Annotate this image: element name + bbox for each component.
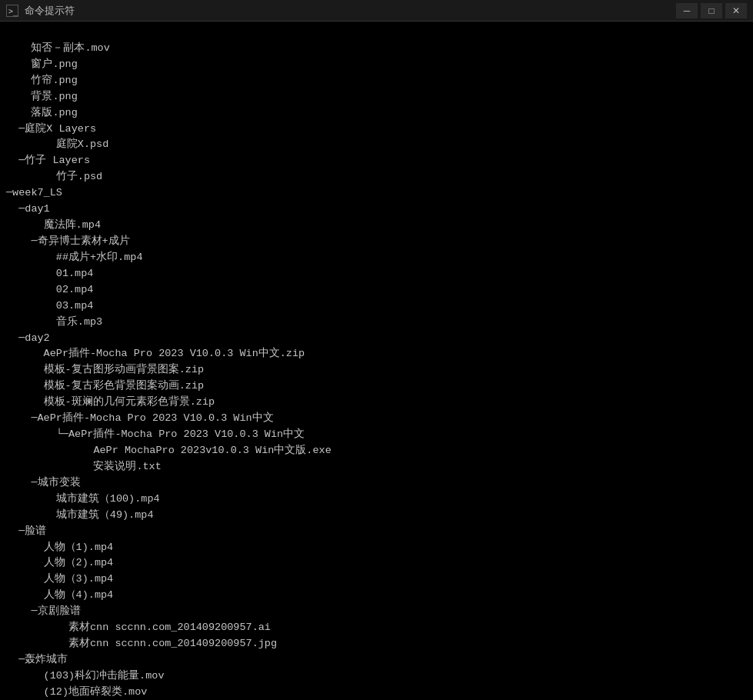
window-title: 命令提示符 [25,4,75,18]
maximize-button[interactable]: □ [701,3,722,18]
tree-line: ─城市变装 [6,475,747,492]
tree-line: 城市建筑（100).mp4 [6,492,747,508]
tree-line: ─脸谱 [6,524,747,540]
tree-line: 素材cnn sccnn.com_201409200957.ai [6,620,747,636]
tree-line: 人物（1).mp4 [6,540,747,556]
app-icon: >_ [6,5,18,17]
tree-line: (103)科幻冲击能量.mov [6,668,747,685]
tree-line: ─京剧脸谱 [6,604,747,620]
title-bar: >_ 命令提示符 ─ □ ✕ [0,0,753,22]
tree-line: ─轰炸城市 [6,652,747,668]
title-bar-left: >_ 命令提示符 [6,4,75,18]
tree-line: ─day1 [6,202,747,218]
tree-line: 模板-复古彩色背景图案动画.zip [6,378,747,395]
title-bar-controls: ─ □ ✕ [676,3,747,18]
tree-line: 音乐.mp3 [6,315,747,331]
tree-line: 01.mp4 [6,266,747,282]
tree-line: 安装说明.txt [6,459,747,475]
tree-line: 人物（4).mp4 [6,588,747,604]
terminal-content: 知否－副本.mov 窗户.png 竹帘.png 背景.png 落版.png ─庭… [0,22,753,700]
tree-line: ─竹子 Layers [6,153,747,169]
tree-line: 竹子.psd [6,169,747,185]
tree-line: 人物（3).mp4 [6,572,747,588]
tree-line: 02.mp4 [6,282,747,298]
tree-line: 素材cnn sccnn.com_201409200957.jpg [6,636,747,652]
tree-line: 背景.png [6,89,747,105]
tree-line: ─day2 [6,331,747,347]
tree-line: 竹帘.png [6,73,747,89]
minimize-button[interactable]: ─ [676,3,698,18]
tree-line: └─AePr插件-Mocha Pro 2023 V10.0.3 Win中文 [6,427,747,443]
tree-line: 模板-复古图形动画背景图案.zip [6,362,747,378]
tree-line: ─奇异博士素材+成片 [6,234,747,250]
close-button[interactable]: ✕ [725,3,747,18]
tree-line: 庭院X.psd [6,137,747,153]
tree-line: ─week7_LS [6,185,747,202]
tree-line: 模板-斑斓的几何元素彩色背景.zip [6,395,747,411]
svg-text:>_: >_ [8,7,18,16]
tree-line: ─庭院X Layers [6,122,747,138]
tree-line: 落版.png [6,105,747,122]
tree-line: 03.mp4 [6,298,747,315]
tree-line: 人物（2).mp4 [6,555,747,572]
tree-line: AePr插件-Mocha Pro 2023 V10.0.3 Win中文.zip [6,346,747,362]
tree-line: 城市建筑（49).mp4 [6,508,747,524]
tree-line: 知否－副本.mov [6,41,747,57]
tree-line: AePr MochaPro 2023v10.0.3 Win中文版.exe [6,443,747,459]
tree-line: ─AePr插件-Mocha Pro 2023 V10.0.3 Win中文 [6,411,747,427]
tree-line: 窗户.png [6,57,747,73]
tree-line: 魔法阵.mp4 [6,218,747,234]
tree-line: (12)地面碎裂类.mov [6,685,747,700]
tree-line: ##成片+水印.mp4 [6,250,747,266]
